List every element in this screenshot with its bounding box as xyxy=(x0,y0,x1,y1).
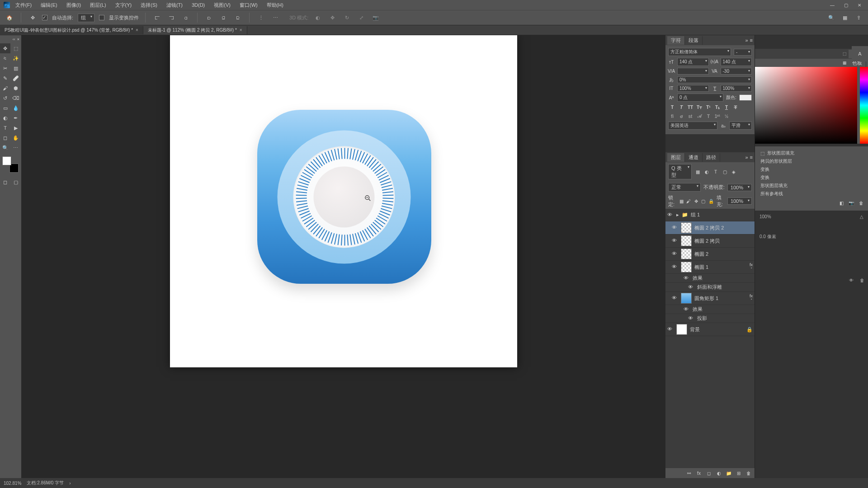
hscale-input[interactable]: 100% xyxy=(721,85,752,92)
delete-layer-button[interactable]: 🗑 xyxy=(745,470,752,476)
menu-window[interactable]: 窗口(W) xyxy=(236,1,261,9)
layer-background[interactable]: 👁 背景 🔒 xyxy=(665,323,755,336)
lock-pixels-icon[interactable]: 🖌 xyxy=(686,198,691,204)
history-delete-icon[interactable]: 🗑 xyxy=(858,200,864,206)
color-swatches[interactable] xyxy=(2,156,19,173)
font-family-dropdown[interactable]: 方正粗倩简体 xyxy=(668,48,731,56)
lock-transparent-icon[interactable]: ▦ xyxy=(679,198,684,204)
layer-fx-row-2[interactable]: 👁 效果 xyxy=(665,305,755,314)
layer-name[interactable]: 椭圆 2 拷贝 xyxy=(694,238,720,244)
layer-fx-row[interactable]: 👁 效果 xyxy=(665,274,755,283)
layer-group-1[interactable]: 👁 ▸ 📁 组 1 xyxy=(665,209,755,221)
auto-select-dropdown[interactable]: 组 xyxy=(78,14,94,22)
layer-fx-icon[interactable]: fx ˅ xyxy=(746,294,753,303)
history-item[interactable]: 形状图层填充 xyxy=(758,182,865,190)
expand-icon[interactable]: ▸ xyxy=(676,212,679,218)
layer-fx-item-2[interactable]: 👁 投影 xyxy=(665,314,755,323)
hand-tool[interactable]: ✋ xyxy=(10,133,21,143)
layers-collapse-icon[interactable]: » xyxy=(745,155,748,160)
underline-button[interactable]: T xyxy=(722,103,731,111)
layer-name[interactable]: 组 1 xyxy=(691,211,700,218)
history-snapshot-icon[interactable]: ◧ xyxy=(838,200,844,206)
visibility-icon[interactable]: 👁 xyxy=(684,275,690,282)
layers-menu-icon[interactable]: ≡ xyxy=(750,155,753,160)
layer-ellipse2[interactable]: 👁 椭圆 2 xyxy=(665,248,755,261)
visibility-icon[interactable]: 👁 xyxy=(667,326,674,333)
superscript-button[interactable]: T¹ xyxy=(704,103,712,111)
ot-st-button[interactable]: st xyxy=(686,113,694,120)
prop-delete-icon[interactable]: 🗑 xyxy=(859,277,865,283)
panel-menu-icon[interactable]: ≡ xyxy=(750,38,753,43)
quickmask-tool[interactable]: ◻ xyxy=(0,177,10,187)
visibility-icon[interactable]: 👁 xyxy=(667,212,674,218)
new-layer-button[interactable]: ⊞ xyxy=(736,470,742,476)
menu-view[interactable]: 视图(V) xyxy=(210,1,234,9)
layer-thumbnail[interactable] xyxy=(681,235,692,246)
layers-list[interactable]: 👁 ▸ 📁 组 1 👁 椭圆 2 拷贝 2 👁 椭圆 2 拷贝 xyxy=(665,209,755,468)
filter-pixel-icon[interactable]: ▦ xyxy=(694,169,701,175)
auto-select-checkbox[interactable] xyxy=(42,15,47,20)
layer-fx-button[interactable]: fx xyxy=(696,470,702,476)
ot-fraction-button[interactable]: ½ xyxy=(722,113,731,120)
canvas-area[interactable] xyxy=(21,35,665,478)
history-item[interactable]: 拷贝的形状图层 xyxy=(758,157,865,165)
workspace-icon[interactable]: ▦ xyxy=(840,13,850,23)
text-color-swatch[interactable] xyxy=(739,94,752,101)
layer-name[interactable]: 圆角矩形 1 xyxy=(694,295,718,302)
allcaps-button[interactable]: TT xyxy=(686,103,694,111)
visibility-icon[interactable]: 👁 xyxy=(688,315,694,322)
menu-filter[interactable]: 滤镜(T) xyxy=(163,1,186,9)
layer-name[interactable]: 椭圆 2 xyxy=(694,251,708,258)
fill-input[interactable]: 100% xyxy=(727,197,752,205)
swatch-toggle-icon[interactable]: ⬚ xyxy=(843,52,847,56)
history-item[interactable]: 变换 xyxy=(758,174,865,182)
ot-titling-button[interactable]: T xyxy=(704,113,712,120)
lock-position-icon[interactable]: ✥ xyxy=(693,198,698,204)
distribute-icon[interactable]: ⋮ xyxy=(256,13,266,23)
visibility-icon[interactable]: 👁 xyxy=(672,238,678,244)
search-icon[interactable]: 🔍 xyxy=(826,13,836,23)
edit-toolbar[interactable]: ⋯ xyxy=(10,143,21,153)
layer-name[interactable]: 椭圆 1 xyxy=(694,264,708,271)
brush-tool[interactable]: 🖌 xyxy=(0,83,10,93)
tab-paths[interactable]: 路径 xyxy=(703,153,720,162)
layer-mask-button[interactable]: ◻ xyxy=(706,470,712,476)
layer-thumbnail[interactable] xyxy=(681,249,692,259)
history-new-icon[interactable]: 📷 xyxy=(848,200,854,206)
share-icon[interactable]: ⇪ xyxy=(854,13,863,23)
layer-thumbnail[interactable] xyxy=(681,293,692,304)
visibility-icon[interactable]: 👁 xyxy=(688,284,694,291)
dodge-tool[interactable]: ◐ xyxy=(0,113,10,123)
font-size-input[interactable]: 140 点 xyxy=(677,58,709,66)
leading-input[interactable]: 140 点 xyxy=(721,58,752,66)
filter-type-icon[interactable]: T xyxy=(712,169,719,175)
tab-1-close[interactable]: × xyxy=(240,28,242,33)
prop-visibility-icon[interactable]: 👁 xyxy=(848,277,854,283)
window-restore[interactable]: ▢ xyxy=(841,2,851,8)
bold-button[interactable]: T xyxy=(668,103,676,111)
align-top-icon[interactable]: ⫐ xyxy=(204,13,214,23)
visibility-icon[interactable]: 👁 xyxy=(672,264,678,270)
layer-ellipse2-copy[interactable]: 👁 椭圆 2 拷贝 xyxy=(665,235,755,248)
history-item[interactable]: 所有参考线 xyxy=(758,190,865,198)
history-brush-tool[interactable]: ↺ xyxy=(0,93,10,103)
eyedropper-tool[interactable]: ✎ xyxy=(0,73,10,83)
menu-edit[interactable]: 编辑(E) xyxy=(37,1,61,9)
screen-mode-icon[interactable]: ▢ xyxy=(10,177,21,187)
align-hcenter-icon[interactable]: ⫎ xyxy=(166,13,176,23)
italic-button[interactable]: T xyxy=(677,103,685,111)
swatch-grid-icon[interactable]: ▦ xyxy=(843,61,847,65)
eraser-tool[interactable]: ⌫ xyxy=(10,93,21,103)
blur-tool[interactable]: 💧 xyxy=(10,103,21,113)
zoom-tool[interactable]: 🔍 xyxy=(0,143,10,153)
lasso-tool[interactable]: ⺀ xyxy=(0,53,10,63)
layer-thumbnail[interactable] xyxy=(676,324,687,335)
hue-slider[interactable] xyxy=(860,67,868,144)
lock-all-icon[interactable]: 🔒 xyxy=(708,198,714,204)
layer-name[interactable]: 背景 xyxy=(690,326,700,333)
align-vcenter-icon[interactable]: ⫑ xyxy=(218,13,228,23)
shape-tool[interactable]: ◻ xyxy=(0,133,10,143)
font-style-dropdown[interactable]: - xyxy=(734,49,752,56)
layer-fx-item[interactable]: 👁 斜面和浮雕 xyxy=(665,283,755,292)
tab-paragraph[interactable]: 段落 xyxy=(685,36,703,45)
